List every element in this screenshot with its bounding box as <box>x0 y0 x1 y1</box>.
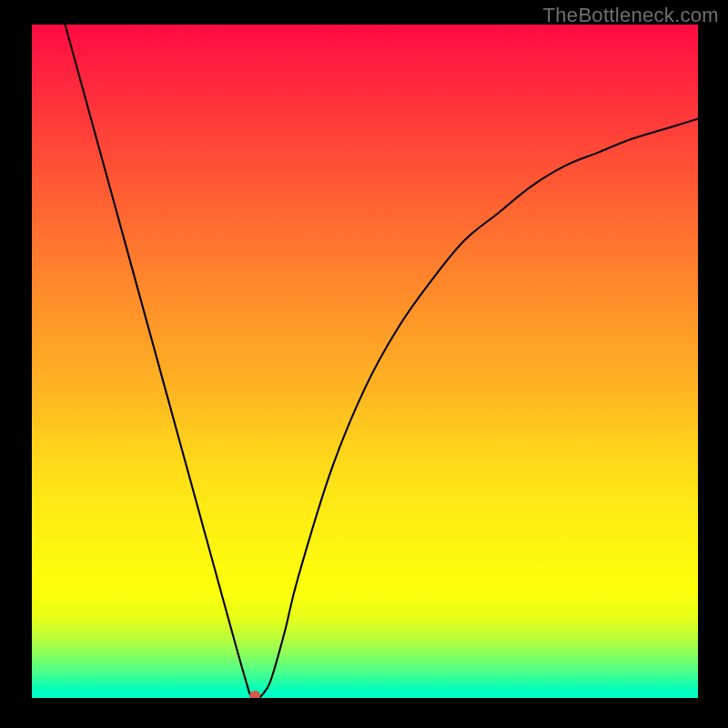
optimum-marker <box>249 691 260 698</box>
chart-container: TheBottleneck.com <box>0 0 728 728</box>
chart-svg <box>32 25 698 698</box>
plot-area <box>32 25 698 698</box>
bottleneck-curve <box>66 25 698 698</box>
watermark-text: TheBottleneck.com <box>543 4 719 27</box>
